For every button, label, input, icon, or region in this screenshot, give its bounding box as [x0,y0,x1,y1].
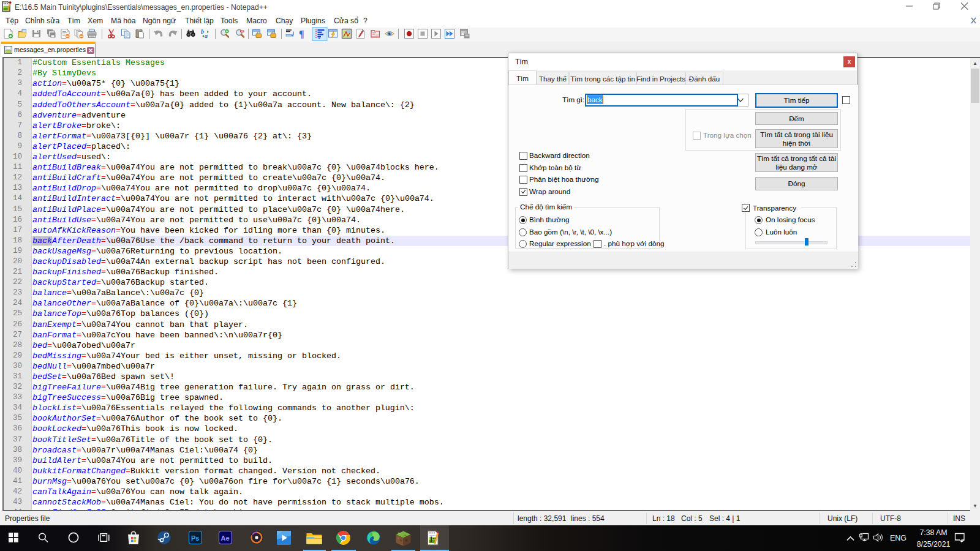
svg-text:¶: ¶ [299,29,304,39]
svg-text:7:38 AM: 7:38 AM [919,528,947,537]
svg-text:Ps: Ps [191,534,199,542]
svg-text:8/25/2021: 8/25/2021 [917,540,951,549]
svg-text:a: a [205,32,208,39]
svg-text:b: b [201,28,204,35]
svg-text:ENG: ENG [890,534,907,542]
svg-text:Ae: Ae [221,534,230,542]
